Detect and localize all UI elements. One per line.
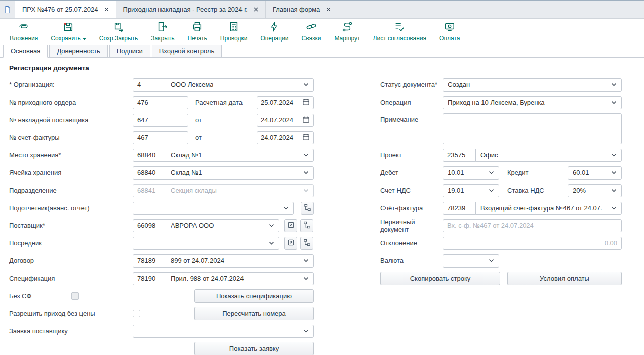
contract-select[interactable]: 899 от 24.07.2024 bbox=[166, 254, 314, 268]
save-close-button[interactable]: Сохр.Закрыть bbox=[93, 20, 144, 43]
approval-sheet-button[interactable]: Лист согласования bbox=[367, 20, 433, 43]
accountable-tree-button[interactable] bbox=[301, 202, 314, 215]
invoice-ref-value: Входящий счет-фактура №467 от 24.07. bbox=[480, 204, 602, 212]
form-body: * Организация: ООО Лексема № приходного … bbox=[0, 76, 644, 355]
credit-select[interactable]: 60.01 bbox=[568, 166, 622, 180]
window-tab-main-form[interactable]: Главная форма bbox=[266, 1, 338, 18]
organization-label: * Организация: bbox=[9, 81, 133, 88]
supplier-open-button[interactable] bbox=[284, 219, 297, 232]
open-card-icon bbox=[287, 221, 295, 230]
field-row-storage: Место хранения* Склад №1 bbox=[9, 146, 314, 164]
payment-terms-button[interactable]: Условия оплаты bbox=[507, 272, 622, 285]
invoice-date-value[interactable] bbox=[261, 134, 301, 141]
currency-select[interactable] bbox=[443, 254, 499, 268]
operations-button[interactable]: Операции bbox=[254, 20, 295, 43]
currency-label: Валюта bbox=[380, 257, 443, 264]
calendar-icon[interactable] bbox=[302, 98, 310, 107]
chevron-down-icon bbox=[303, 171, 309, 174]
organization-code-input[interactable] bbox=[133, 78, 166, 92]
row-show-request: Показать заявку bbox=[9, 340, 314, 355]
save-close-icon bbox=[113, 21, 124, 34]
storage-cell-code-input[interactable] bbox=[133, 166, 166, 180]
supplier-select[interactable]: АВРОРА ООО bbox=[166, 219, 279, 232]
tree-icon bbox=[303, 221, 311, 230]
supplier-request-code-input[interactable] bbox=[133, 325, 166, 338]
route-button[interactable]: Маршрут bbox=[328, 20, 366, 43]
toolbar-label: Маршрут bbox=[334, 35, 360, 42]
accountable-code-input[interactable] bbox=[133, 202, 166, 215]
storage-cell-select[interactable]: Склад №1 bbox=[166, 166, 314, 180]
tree-icon bbox=[303, 239, 311, 248]
storage-select[interactable]: Склад №1 bbox=[166, 149, 314, 162]
operation-select[interactable]: Приход на 10 Лексема, Буренка bbox=[443, 96, 622, 109]
tab-close-icon[interactable] bbox=[104, 7, 109, 12]
vat-rate-value: 20% bbox=[573, 187, 586, 194]
organization-select[interactable]: ООО Лексема bbox=[166, 78, 314, 92]
tab-input-control[interactable]: Входной контроль bbox=[152, 45, 222, 58]
save-button[interactable]: Сохранить bbox=[44, 20, 93, 43]
copy-row-button[interactable]: Скопировать строку bbox=[380, 272, 500, 285]
close-button[interactable]: Закрыть bbox=[144, 20, 181, 43]
payment-icon bbox=[444, 21, 455, 34]
supplier-value: АВРОРА ООО bbox=[171, 222, 214, 229]
printer-icon bbox=[192, 21, 203, 34]
mediator-tree-button[interactable] bbox=[300, 237, 313, 250]
links-button[interactable]: Связки bbox=[295, 20, 328, 43]
recalc-numbers-button[interactable]: Пересчитать номера bbox=[194, 307, 314, 320]
mediator-select[interactable] bbox=[166, 237, 279, 250]
tab-power-of-attorney[interactable]: Доверенность bbox=[49, 45, 107, 58]
print-button[interactable]: Печать bbox=[181, 20, 214, 43]
accountable-select[interactable] bbox=[166, 202, 294, 215]
field-row-primary-doc: Первичный документ bbox=[380, 217, 622, 234]
window-tab-registry[interactable]: Приходная накладная - Реестр за 2024 г. bbox=[116, 1, 266, 18]
specification-code-input[interactable] bbox=[133, 272, 166, 285]
invoice-ref-select[interactable]: Входящий счет-фактура №467 от 24.07. bbox=[475, 202, 622, 215]
allow-no-price-checkbox[interactable] bbox=[133, 310, 140, 317]
supplier-request-select[interactable] bbox=[166, 325, 314, 338]
tab-close-icon[interactable] bbox=[326, 7, 331, 12]
supplier-tree-button[interactable] bbox=[300, 219, 313, 232]
field-row-specification: Спецификация Прил. 988 от 24.07.2024 bbox=[9, 270, 314, 287]
supplier-note-no-input[interactable] bbox=[133, 114, 188, 127]
supplier-code-input[interactable] bbox=[133, 219, 166, 232]
attachments-button[interactable]: Вложения bbox=[3, 20, 44, 43]
calendar-icon[interactable] bbox=[302, 133, 310, 142]
storage-cell-value: Склад №1 bbox=[171, 169, 202, 176]
calc-date-input[interactable] bbox=[257, 96, 314, 109]
specification-select[interactable]: Прил. 988 от 24.07.2024 bbox=[166, 272, 314, 285]
tab-signatures[interactable]: Подписи bbox=[109, 45, 150, 58]
form-tab-label: Доверенность bbox=[57, 47, 100, 55]
supplier-note-date-input[interactable] bbox=[257, 114, 314, 127]
status-select[interactable]: Создан bbox=[443, 78, 622, 92]
invoice-no-input[interactable] bbox=[133, 131, 188, 144]
open-card-icon bbox=[287, 239, 295, 248]
payment-button[interactable]: Оплата bbox=[433, 20, 466, 43]
tab-main[interactable]: Основная bbox=[3, 45, 48, 58]
vat-rate-select[interactable]: 20% bbox=[568, 184, 622, 197]
chevron-down-icon bbox=[269, 224, 274, 227]
show-specification-button[interactable]: Показать спецификацию bbox=[194, 289, 314, 303]
deviation-label: Отклонение bbox=[380, 239, 443, 247]
project-code-input[interactable] bbox=[443, 149, 476, 162]
debit-select[interactable]: 10.01 bbox=[443, 166, 499, 180]
note-textarea[interactable] bbox=[443, 113, 622, 144]
show-request-button[interactable]: Показать заявку bbox=[194, 342, 314, 355]
chevron-down-icon bbox=[611, 101, 617, 104]
project-select[interactable]: Офис bbox=[475, 149, 622, 162]
window-tab-document[interactable]: ПРХ №476 от 25.07.2024 bbox=[15, 1, 116, 18]
calendar-icon[interactable] bbox=[302, 116, 310, 125]
calc-date-value[interactable] bbox=[261, 99, 301, 106]
chevron-down-icon bbox=[303, 259, 309, 262]
contract-code-input[interactable] bbox=[133, 254, 166, 268]
mediator-code-input[interactable] bbox=[133, 237, 166, 250]
postings-button[interactable]: Проводки bbox=[214, 20, 254, 43]
invoice-date-input[interactable] bbox=[257, 131, 314, 144]
storage-code-input[interactable] bbox=[133, 149, 166, 162]
tab-close-icon[interactable] bbox=[254, 7, 258, 12]
vat-account-select[interactable]: 19.01 bbox=[443, 184, 499, 197]
primary-doc-label: Первичный документ bbox=[380, 218, 443, 233]
mediator-open-button[interactable] bbox=[284, 237, 297, 250]
supplier-note-date-value[interactable] bbox=[261, 116, 301, 124]
invoice-ref-code-input[interactable] bbox=[443, 202, 476, 215]
order-no-input[interactable] bbox=[133, 96, 188, 109]
